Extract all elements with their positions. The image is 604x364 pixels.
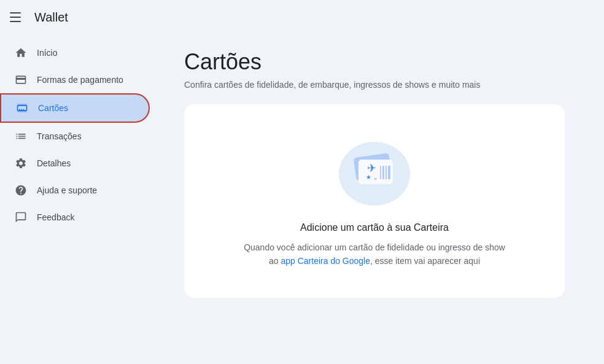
card-illustration: ✈ ★ ★	[331, 134, 417, 207]
empty-state-card: ✈ ★ ★ Adicione um cartão à sua Carteira …	[184, 104, 565, 298]
card-desc-after: , esse item vai aparecer aqui	[370, 256, 480, 266]
sidebar-item-label: Transações	[37, 131, 82, 141]
sidebar-item-label: Feedback	[37, 212, 74, 222]
sidebar-item-ajuda-e-suporte[interactable]: Ajuda e suporte	[0, 177, 150, 204]
sidebar-item-detalhes[interactable]: Detalhes	[0, 150, 150, 177]
svg-text:✈: ✈	[367, 162, 376, 174]
empty-state-description: Quando você adicionar um cartão de fidel…	[239, 241, 509, 268]
credit-card-icon	[15, 74, 27, 86]
svg-rect-17	[388, 166, 390, 179]
sidebar-item-feedback[interactable]: Feedback	[0, 204, 150, 231]
sidebar-item-inicio[interactable]: Início	[0, 39, 150, 66]
google-wallet-link[interactable]: app Carteira do Google	[281, 256, 370, 266]
list-icon	[15, 130, 27, 142]
svg-rect-14	[380, 166, 381, 179]
home-icon	[15, 47, 27, 59]
svg-rect-15	[382, 166, 384, 179]
sidebar-item-label: Cartões	[38, 103, 68, 113]
main-layout: Início Formas de pagamento Cartões	[0, 34, 604, 364]
empty-state-title: Adicione um cartão à sua Carteira	[300, 222, 449, 233]
sidebar-item-label: Formas de pagamento	[37, 75, 123, 85]
sidebar-item-formas-de-pagamento[interactable]: Formas de pagamento	[0, 66, 150, 93]
sidebar-item-label: Ajuda e suporte	[37, 185, 97, 195]
sidebar-item-transacoes[interactable]: Transações	[0, 123, 150, 150]
page-title: Cartões	[184, 49, 579, 75]
menu-button[interactable]	[10, 10, 25, 25]
content-area: Cartões Confira cartões de fidelidade, d…	[160, 34, 604, 364]
app-title: Wallet	[34, 10, 68, 25]
svg-text:★: ★	[373, 176, 377, 182]
header: Wallet	[0, 0, 604, 34]
help-icon	[15, 184, 27, 196]
cards-icon	[16, 102, 28, 114]
svg-rect-16	[385, 166, 387, 179]
sidebar-item-label: Início	[37, 48, 57, 58]
sidebar-item-label: Detalhes	[37, 158, 71, 168]
settings-icon	[15, 157, 27, 169]
sidebar-item-cartoes[interactable]: Cartões	[0, 93, 150, 123]
svg-text:★: ★	[366, 174, 371, 180]
feedback-icon	[15, 211, 27, 223]
page-subtitle: Confira cartões de fidelidade, de embarq…	[184, 80, 579, 90]
sidebar: Início Formas de pagamento Cartões	[0, 34, 160, 364]
